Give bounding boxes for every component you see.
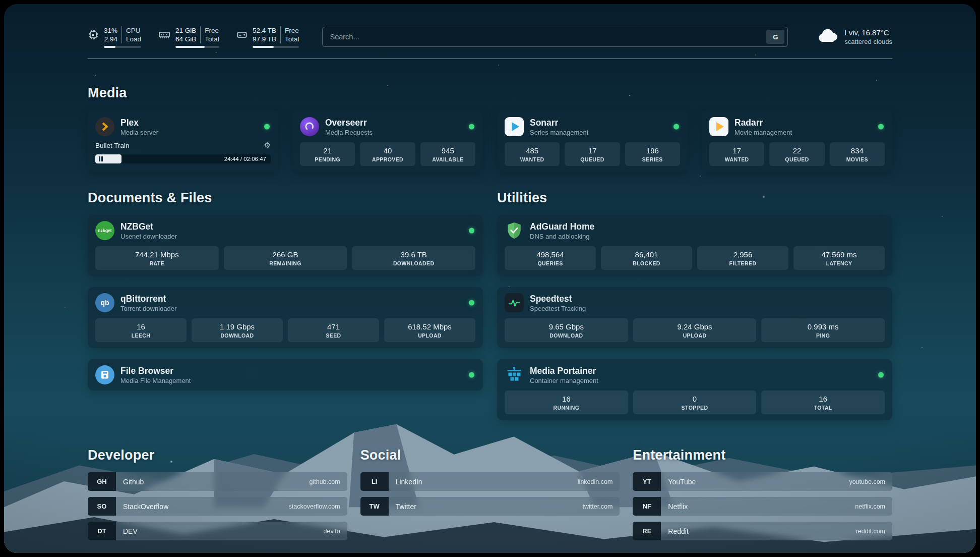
app-card-speedtest[interactable]: Speedtest Speedtest Tracking 9.65 GbpsDO… — [497, 287, 892, 348]
memory-progress-bar — [175, 46, 219, 48]
storage-free-label: Free — [281, 26, 299, 35]
media-grid: Plex Media server Bullet Train ⚙ 24:44 /… — [88, 111, 892, 172]
nzbget-icon: nzbget — [95, 221, 114, 240]
search-engine-button[interactable]: G — [766, 30, 784, 44]
bookmark-linkedin[interactable]: LI LinkedIn linkedin.com — [360, 472, 620, 491]
app-card-qbittorrent[interactable]: qb qBittorrent Torrent downloader 16LEEC… — [88, 287, 483, 348]
bookmark-name: LinkedIn — [396, 478, 422, 486]
bookmark-abbr: YT — [633, 472, 661, 491]
stat-series: 196SERIES — [625, 142, 680, 166]
bookmark-group-social: Social LI LinkedIn linkedin.com TW Twitt… — [360, 448, 620, 540]
app-title: qBittorrent — [120, 294, 176, 304]
snow-specks-decoration — [4, 4, 6, 6]
bookmark-url: youtube.com — [849, 478, 885, 485]
bookmark-youtube[interactable]: YT YouTube youtube.com — [633, 472, 892, 491]
app-title: Radarr — [734, 118, 792, 128]
stat-available: 945AVAILABLE — [420, 142, 475, 166]
bookmark-url: dev.to — [324, 528, 340, 535]
bookmark-url: reddit.com — [856, 528, 885, 535]
app-card-radarr[interactable]: Radarr Movie management 17WANTED 22QUEUE… — [702, 111, 892, 172]
now-playing-title: Bullet Train — [95, 142, 130, 149]
filebrowser-titles: File Browser Media File Management — [120, 366, 191, 384]
weather-widget[interactable]: Lviv, 16.87°C scattered clouds — [817, 28, 892, 45]
cpu-icon — [88, 29, 99, 42]
bookmark-twitter[interactable]: TW Twitter twitter.com — [360, 497, 620, 516]
cpu-progress-bar — [104, 46, 141, 48]
stat-upload: 9.24 GbpsUPLOAD — [633, 318, 757, 342]
bookmark-url: github.com — [310, 478, 340, 485]
bookmark-github[interactable]: GH Github github.com — [88, 472, 347, 491]
bookmark-abbr: RE — [633, 522, 661, 540]
cpu-loadavg: 2.94 — [104, 35, 122, 43]
nzbget-titles: NZBGet Usenet downloader — [120, 221, 177, 240]
gear-icon[interactable]: ⚙ — [264, 141, 271, 150]
section-heading-documents: Documents & Files — [88, 190, 483, 206]
utilities-column: Utilities AdGuard Home DNS and adblockin… — [497, 190, 892, 420]
bookmark-abbr: NF — [633, 497, 661, 516]
storage-free: 52.4 TB — [253, 26, 281, 35]
speedtest-titles: Speedtest Speedtest Tracking — [530, 294, 586, 312]
hard-drive-icon — [236, 29, 248, 42]
bookmark-name: DEV — [123, 527, 138, 535]
bookmark-name: StackOverflow — [123, 503, 168, 511]
bookmark-name: Netflix — [668, 503, 688, 511]
app-subtitle: Media File Management — [120, 377, 191, 384]
storage-readout: 52.4 TB Free 97.9 TB Total — [253, 26, 299, 48]
memory-free: 21 GiB — [175, 26, 201, 35]
filebrowser-icon — [95, 365, 114, 384]
storage-progress-bar — [253, 46, 299, 48]
app-card-adguard[interactable]: AdGuard Home DNS and adblocking 498,564Q… — [497, 215, 892, 276]
stat-download: 1.19 GbpsDOWNLOAD — [192, 318, 283, 342]
radarr-icon — [709, 117, 728, 136]
topbar-divider — [88, 59, 892, 59]
bookmark-reddit[interactable]: RE Reddit reddit.com — [633, 522, 892, 540]
plex-titles: Plex Media server — [120, 118, 158, 136]
cloud-icon — [817, 28, 838, 45]
app-subtitle: DNS and adblocking — [530, 233, 594, 240]
bookmark-dev[interactable]: DT DEV dev.to — [88, 522, 347, 540]
status-dot — [469, 124, 474, 130]
stat-total: 16TOTAL — [761, 391, 885, 414]
sonarr-icon — [505, 117, 524, 136]
stat-running: 16RUNNING — [505, 391, 628, 414]
app-card-nzbget[interactable]: nzbget NZBGet Usenet downloader 744.21 M… — [88, 215, 483, 276]
bookmark-netflix[interactable]: NF Netflix netflix.com — [633, 497, 892, 516]
system-widgets: 31% CPU 2.94 Load — [88, 26, 299, 48]
sonarr-titles: Sonarr Series management — [530, 118, 588, 136]
app-card-plex[interactable]: Plex Media server Bullet Train ⚙ 24:44 /… — [88, 111, 278, 172]
memory-readout: 21 GiB Free 64 GiB Total — [175, 26, 219, 48]
stat-approved: 40APPROVED — [360, 142, 415, 166]
stat-stopped: 0STOPPED — [633, 391, 757, 414]
app-card-filebrowser[interactable]: File Browser Media File Management — [88, 359, 483, 391]
bookmark-name: Twitter — [396, 503, 416, 511]
adguard-icon — [505, 221, 524, 240]
portainer-titles: Media Portainer Container management — [530, 366, 598, 384]
overseerr-titles: Overseerr Media Requests — [325, 118, 373, 136]
stars-decoration — [4, 4, 5, 5]
pause-icon[interactable] — [99, 156, 103, 161]
memory-total: 64 GiB — [175, 35, 201, 43]
app-subtitle: Container management — [530, 377, 598, 384]
bookmark-stackoverflow[interactable]: SO StackOverflow stackoverflow.com — [88, 497, 347, 516]
speedtest-icon — [505, 293, 524, 312]
app-card-portainer[interactable]: Media Portainer Container management 16R… — [497, 359, 892, 420]
stat-remaining: 266 GBREMAINING — [224, 246, 347, 270]
stat-download: 9.65 GbpsDOWNLOAD — [505, 318, 628, 342]
search-input[interactable] — [330, 33, 766, 41]
storage-total: 97.9 TB — [253, 35, 281, 43]
app-subtitle: Usenet downloader — [120, 233, 177, 240]
portainer-icon — [505, 365, 524, 384]
plex-player-bar[interactable]: 24:44 / 02:06:47 — [95, 154, 271, 163]
app-subtitle: Speedtest Tracking — [530, 305, 586, 312]
bookmark-group-entertainment: Entertainment YT YouTube youtube.com NF … — [633, 448, 892, 540]
app-card-sonarr[interactable]: Sonarr Series management 485WANTED 17QUE… — [497, 111, 688, 172]
memory-free-label: Free — [201, 26, 219, 35]
section-heading-developer: Developer — [88, 448, 347, 463]
bookmarks-area: Developer GH Github github.com SO StackO… — [88, 448, 892, 540]
bookmark-abbr: TW — [360, 497, 389, 516]
stat-rate: 744.21 MbpsRATE — [95, 246, 219, 270]
bookmark-group-developer: Developer GH Github github.com SO StackO… — [88, 448, 347, 540]
app-card-overseerr[interactable]: Overseerr Media Requests 21PENDING 40APP… — [292, 111, 483, 172]
cpu-load-label: Load — [122, 35, 141, 43]
app-subtitle: Torrent downloader — [120, 305, 176, 312]
